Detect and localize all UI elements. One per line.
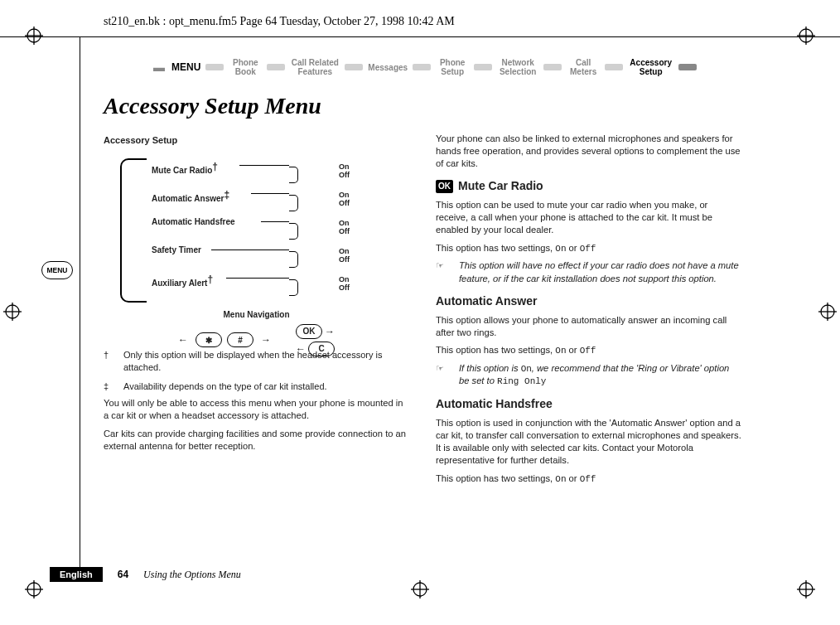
nav-accessory-setup: Accessory Setup: [628, 58, 673, 76]
footer-chapter: Using the Options Menu: [143, 569, 241, 581]
menu-nav-label: Menu Navigation: [104, 309, 409, 321]
crop-mark: [25, 580, 43, 598]
diagram-item-mute: Mute Car Radio†: [152, 160, 218, 177]
nav-network: Network Selection: [497, 58, 538, 76]
nav-messages: Messages: [368, 63, 408, 72]
footer-lang: English: [50, 567, 103, 582]
right-column: Your phone can also be linked to externa…: [436, 128, 741, 490]
diagram-item-handsfree: Automatic Handsfree: [152, 216, 235, 228]
nav-phone-book: Phone Book: [229, 58, 262, 76]
crop-mark: [797, 580, 815, 598]
ok-badge-icon: OK: [436, 180, 453, 193]
mute-p2: This option has two settings, On or Off: [436, 242, 741, 255]
answer-p1: This option allows your phone to automat…: [436, 314, 741, 339]
crop-rule: [80, 36, 80, 567]
nav-call-related: Call Related Features: [290, 58, 340, 76]
footer-page-num: 64: [118, 569, 128, 580]
page-title: Accessory Setup Menu: [104, 93, 741, 119]
diagram-item-safety: Safety Timer: [152, 245, 201, 256]
answer-p2: This option has two settings, On or Off: [436, 344, 741, 357]
note-icon: ☞: [436, 259, 454, 284]
footnote-ddagger: ‡ Availability depends on the type of ca…: [104, 380, 409, 393]
hash-key-icon: #: [227, 332, 253, 347]
left-para-1: You will only be able to access this men…: [104, 397, 409, 422]
diagram-item-aux: Auxiliary Alert†: [152, 273, 213, 289]
mute-p1: This option can be used to mute your car…: [436, 199, 741, 236]
crop-mark: [25, 27, 43, 45]
menu-diagram: Mute Car Radio† OnOff Automatic Answer‡ …: [104, 152, 409, 342]
crop-mark: [797, 27, 815, 45]
section-mute: OK Mute Car Radio: [436, 178, 741, 194]
handsfree-p1: This option is used in conjunction with …: [436, 417, 741, 467]
breadcrumb-nav: ▬ MENU Phone Book Call Related Features …: [104, 58, 741, 76]
star-key-icon: ✱: [196, 332, 222, 347]
ok-key-icon: OK: [296, 324, 322, 339]
answer-note: ☞ If this option is On, we recommend tha…: [436, 362, 741, 389]
page-footer: English 64 Using the Options Menu: [50, 567, 241, 582]
c-key-icon: C: [308, 342, 335, 356]
nav-phone-setup: Phone Setup: [436, 58, 469, 76]
diagram-item-answer: Automatic Answer‡: [152, 188, 229, 205]
left-para-2: Car kits can provide charging facilities…: [104, 428, 409, 453]
section-answer: Automatic Answer: [436, 293, 741, 309]
right-intro: Your phone can also be linked to externa…: [436, 133, 741, 170]
menu-key-icon: MENU: [41, 261, 73, 279]
section-handsfree: Automatic Handsfree: [436, 396, 741, 412]
diagram-heading: Accessory Setup: [104, 134, 409, 147]
crop-mark: [818, 303, 837, 321]
crop-mark: [411, 580, 429, 598]
crop-rule: [0, 36, 840, 37]
note-icon: ☞: [436, 362, 454, 389]
nav-menu: MENU: [171, 61, 200, 73]
mute-note: ☞ This option will have no effect if you…: [436, 259, 741, 284]
page-header: st210_en.bk : opt_menu.fm5 Page 64 Tuesd…: [104, 15, 455, 28]
nav-call-meters: Call Meters: [567, 58, 600, 76]
crop-mark: [3, 303, 22, 321]
left-column: Accessory Setup Mute Car Radio† OnOff Au…: [104, 128, 409, 490]
handsfree-p2: This option has two settings, On or Off: [436, 472, 741, 486]
